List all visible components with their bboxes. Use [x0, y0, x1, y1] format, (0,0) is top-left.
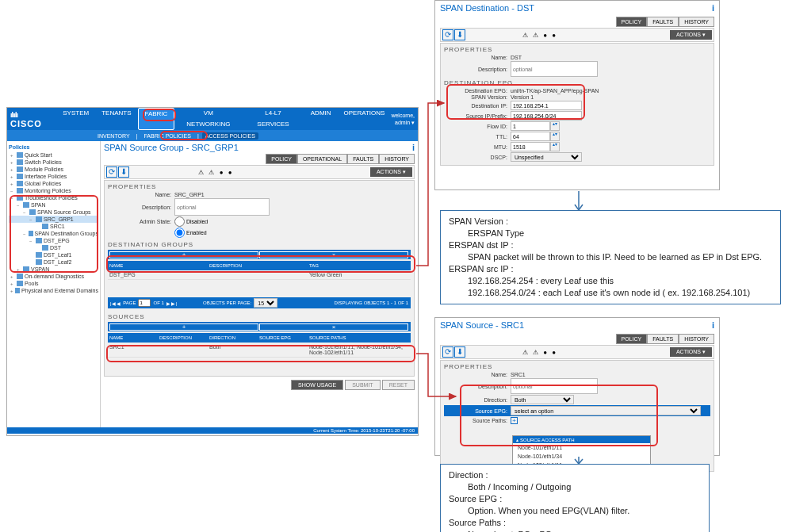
actions-button[interactable]: ACTIONS ▾ — [670, 347, 712, 357]
top-bar: CISCO SYSTEM TENANTS FABRIC VM NETWORKIN… — [7, 108, 418, 130]
stepper-icon[interactable]: ▴▾ — [550, 132, 560, 141]
content-tabs: POLICY OPERATIONAL FAULTS HISTORY — [104, 154, 415, 164]
dest-row[interactable]: DST_EPG Yellow Green — [108, 270, 411, 280]
tree-item[interactable]: SRC1 — [9, 223, 98, 230]
tree-item[interactable]: DST_Leaf2 — [9, 258, 98, 266]
tree-item[interactable]: −SPAN — [9, 201, 98, 209]
tree-item[interactable]: +Module Policies — [9, 166, 98, 173]
properties-header: PROPERTIES — [444, 46, 710, 53]
tree-item[interactable]: +Global Policies — [9, 180, 98, 187]
flow-input[interactable] — [511, 121, 550, 131]
dscp-select[interactable]: Unspecified — [511, 152, 582, 162]
welcome-user[interactable]: welcome, admin ▾ — [391, 112, 415, 126]
fault-summary-icons[interactable]: ⚠ ⚠ ● ● — [522, 32, 557, 39]
actions-button[interactable]: ACTIONS ▾ — [670, 30, 712, 40]
source-epg-select[interactable]: select an option — [511, 406, 701, 415]
annotation-dst: SPAN Version : ERSPAN Type ERSPAN dst IP… — [440, 210, 781, 304]
tree-item[interactable]: +Physical and External Domains — [9, 287, 98, 294]
tab-policy[interactable]: POLICY — [616, 334, 648, 344]
content-pane: SPAN Source Group - SRC_GRP1 i POLICY OP… — [101, 141, 418, 427]
download-icon[interactable]: ⬇ — [118, 166, 129, 178]
menu-system[interactable]: SYSTEM — [56, 108, 95, 130]
name-value: SRC_GRP1 — [174, 192, 205, 197]
tree-item[interactable]: DST — [9, 244, 98, 251]
tree-item[interactable]: −SPAN Source Groups — [9, 209, 98, 216]
src-row[interactable]: SRC1 Both Node-101/eth1/11, Node-101/eth… — [108, 343, 411, 358]
menu-vm[interactable]: VM NETWORKING — [174, 108, 242, 130]
tree-item[interactable]: +Interface Policies — [9, 173, 98, 180]
tab-faults[interactable]: FAULTS — [347, 154, 379, 164]
objects-per-page[interactable]: 15 — [254, 298, 277, 308]
reset-button[interactable]: RESET — [382, 380, 415, 390]
info-icon[interactable]: i — [412, 143, 415, 152]
annotation-src: Direction :Both / Incoming / Outgoing So… — [440, 464, 710, 532]
refresh-icon[interactable]: ⟳ — [442, 29, 453, 40]
tab-policy[interactable]: POLICY — [266, 154, 297, 164]
admin-enabled-radio[interactable] — [174, 228, 185, 238]
sub-access-policies[interactable]: ACCESS POLICIES — [202, 132, 258, 140]
tree-item[interactable]: −SRC_GRP1 — [9, 216, 98, 223]
stepper-icon[interactable]: ▴▾ — [550, 142, 560, 151]
src-ip-input[interactable] — [511, 111, 582, 121]
download-icon[interactable]: ⬇ — [454, 29, 465, 40]
footer-time: Current System Time: 2015-10-23T21:20 -0… — [7, 427, 418, 434]
menu-l4l7[interactable]: L4-L7 SERVICES — [242, 108, 304, 130]
dst-desc-input[interactable] — [511, 61, 598, 77]
path-option[interactable]: Node-101/eth1/11 — [513, 443, 650, 452]
menu-admin[interactable]: ADMIN — [304, 108, 338, 130]
add-dest-icon[interactable]: + — [109, 251, 258, 258]
tree-item[interactable]: +Pools — [9, 280, 98, 287]
menu-fabric[interactable]: FABRIC — [138, 108, 175, 130]
admin-disabled-radio[interactable] — [174, 216, 185, 227]
del-dest-icon[interactable]: × — [259, 251, 408, 258]
tree-item[interactable]: +VSPAN — [9, 266, 98, 273]
tab-history[interactable]: HISTORY — [379, 154, 415, 164]
submit-button[interactable]: SUBMIT — [345, 380, 380, 390]
dst-name-value: DST — [511, 55, 522, 60]
sub-inventory[interactable]: INVENTORY — [94, 132, 133, 140]
tree-item[interactable]: −SPAN Destination Groups — [9, 230, 98, 237]
dest-ip-input[interactable] — [511, 101, 582, 110]
refresh-icon[interactable]: ⟳ — [442, 346, 453, 358]
add-src-icon[interactable]: + — [109, 323, 258, 331]
fault-summary-icons[interactable]: ⚠ ⚠ ● ● — [522, 349, 557, 356]
tab-faults[interactable]: FAULTS — [647, 334, 679, 344]
sub-fabric-policies[interactable]: FABRIC POLICIES — [140, 132, 194, 140]
info-icon[interactable]: i — [712, 320, 714, 330]
tab-history[interactable]: HISTORY — [679, 17, 714, 27]
dest-table-header: + × — [108, 250, 411, 259]
info-icon[interactable]: i — [712, 3, 714, 13]
main-menu: SYSTEM TENANTS FABRIC VM NETWORKING L4-L… — [56, 108, 391, 130]
direction-select[interactable]: Both — [511, 395, 574, 404]
ttl-input[interactable] — [511, 132, 550, 141]
page-input[interactable] — [138, 299, 151, 307]
menu-tenants[interactable]: TENANTS — [95, 108, 137, 130]
tab-faults[interactable]: FAULTS — [647, 17, 679, 27]
stepper-icon[interactable]: ▴▾ — [550, 121, 560, 131]
del-src-icon[interactable]: × — [259, 323, 408, 331]
path-option[interactable]: Node-101/eth1/34 — [513, 452, 650, 461]
page-title: SPAN Source Group - SRC_GRP1 — [104, 143, 239, 152]
add-path-icon[interactable]: + — [511, 417, 518, 424]
show-usage-button[interactable]: SHOW USAGE — [291, 380, 343, 390]
refresh-icon[interactable]: ⟳ — [106, 166, 117, 178]
tree-item[interactable]: +Switch Policies — [9, 159, 98, 166]
actions-button[interactable]: ACTIONS ▾ — [370, 167, 412, 177]
description-input[interactable] — [174, 198, 270, 216]
tree-item[interactable]: +Quick Start — [9, 151, 98, 159]
src-name-value: SRC1 — [511, 372, 526, 377]
download-icon[interactable]: ⬇ — [454, 346, 465, 358]
tree-item[interactable]: −Troubleshoot Policies — [9, 194, 98, 201]
tree-item[interactable]: DST_Leaf1 — [9, 251, 98, 258]
src-desc-input[interactable] — [511, 378, 598, 394]
tree-item[interactable]: −DST_EPG — [9, 237, 98, 244]
tab-policy[interactable]: POLICY — [616, 17, 648, 27]
tab-history[interactable]: HISTORY — [679, 334, 714, 344]
cisco-logo: CISCO — [10, 109, 50, 128]
tree-item[interactable]: −Monitoring Policies — [9, 187, 98, 194]
tab-operational[interactable]: OPERATIONAL — [297, 154, 347, 164]
tree-item[interactable]: +On-demand Diagnostics — [9, 273, 98, 280]
menu-operations[interactable]: OPERATIONS — [338, 108, 392, 130]
mtu-input[interactable] — [511, 142, 550, 151]
fault-summary-icons[interactable]: ⚠ ⚠ ● ● — [198, 169, 233, 176]
